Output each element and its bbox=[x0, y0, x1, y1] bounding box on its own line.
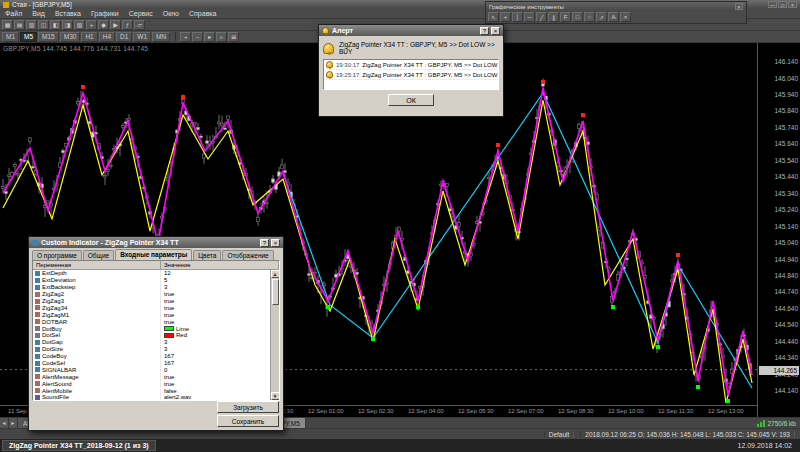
table-row[interactable]: SIGNALBAR0 bbox=[33, 366, 279, 373]
param-value[interactable]: alert2.wav bbox=[161, 394, 279, 401]
zoom-in-icon[interactable]: + bbox=[180, 32, 191, 42]
table-row[interactable]: ZigZag3true bbox=[33, 298, 279, 305]
help-button[interactable]: ? bbox=[260, 239, 269, 247]
table-row[interactable]: AlertMobilefalse bbox=[33, 387, 279, 394]
load-button[interactable]: Загрузить bbox=[217, 401, 279, 413]
menu-item-Файл[interactable]: Файл bbox=[0, 10, 27, 17]
timeframe-W1[interactable]: W1 bbox=[133, 32, 151, 42]
scroll-up-icon[interactable]: ▲ bbox=[271, 270, 280, 278]
terminal-icon[interactable]: ◨ bbox=[62, 20, 73, 30]
timeframe-D1[interactable]: D1 bbox=[116, 32, 132, 42]
table-row[interactable]: ZigZag34true bbox=[33, 304, 279, 311]
table-row[interactable]: DotGap3 bbox=[33, 339, 279, 346]
tab-О программе[interactable]: О программе bbox=[32, 250, 82, 260]
table-row[interactable]: ExtDeviation5 bbox=[33, 277, 279, 284]
graphic-tools-titlebar[interactable]: Графические инструменты × bbox=[486, 2, 746, 11]
param-value[interactable]: true bbox=[161, 380, 279, 387]
text-label-icon[interactable]: A bbox=[608, 12, 619, 22]
param-value[interactable]: 167 bbox=[161, 353, 279, 360]
delete-objects-icon[interactable]: × bbox=[620, 12, 631, 22]
table-row[interactable]: DotSelRed bbox=[33, 332, 279, 339]
indicators-icon[interactable]: ƒ bbox=[122, 20, 133, 30]
param-value[interactable]: true bbox=[161, 318, 279, 325]
table-row[interactable]: AlertSoundtrue bbox=[33, 380, 279, 387]
scroll-thumb[interactable] bbox=[272, 279, 279, 305]
crosshair-icon[interactable]: + bbox=[500, 12, 511, 22]
chart-shift-icon[interactable]: ▹ bbox=[216, 32, 227, 42]
new-order-icon[interactable]: + bbox=[86, 20, 97, 30]
restore-button[interactable]: □ bbox=[778, 1, 787, 8]
price-scale[interactable]: 144.265 146.140146.040145.940145.840145.… bbox=[757, 43, 800, 417]
table-row[interactable]: DotSize3 bbox=[33, 346, 279, 353]
horizontal-line-icon[interactable]: ─ bbox=[524, 12, 535, 22]
param-value[interactable]: false bbox=[161, 387, 279, 394]
alert-list-item[interactable]: 19:30:17ZigZag Pointer X34 TT : GBPJPY, … bbox=[324, 60, 498, 70]
arrow-object-icon[interactable]: ↗ bbox=[596, 12, 607, 22]
menu-item-Вставка[interactable]: Вставка bbox=[50, 10, 86, 17]
profile-name[interactable]: Default bbox=[544, 431, 575, 438]
cursor-icon[interactable]: ↖ bbox=[488, 12, 499, 22]
param-value[interactable]: 167 bbox=[161, 360, 279, 367]
data-window-icon[interactable]: ◫ bbox=[38, 20, 49, 30]
param-value[interactable]: 5 bbox=[161, 277, 279, 284]
ellipse-icon[interactable]: ○ bbox=[584, 12, 595, 22]
close-icon[interactable]: × bbox=[735, 3, 743, 10]
param-value[interactable]: true bbox=[161, 373, 279, 380]
timeframe-M1[interactable]: M1 bbox=[2, 32, 19, 42]
parameters-table[interactable]: Переменная Значение ExtDepth12ExtDeviati… bbox=[32, 260, 280, 401]
param-value[interactable]: 0 bbox=[161, 366, 279, 373]
fibonacci-icon[interactable]: F bbox=[560, 12, 571, 22]
param-value[interactable]: Red bbox=[161, 332, 279, 339]
trendline-icon[interactable]: ╱ bbox=[536, 12, 547, 22]
param-value[interactable]: 3 bbox=[161, 346, 279, 353]
close-button[interactable]: × bbox=[491, 27, 500, 35]
autotrading-icon[interactable]: ▶ bbox=[110, 20, 121, 30]
tab-Отображение[interactable]: Отображение bbox=[222, 250, 273, 260]
ok-button[interactable]: ОК bbox=[388, 94, 434, 106]
param-value[interactable]: true bbox=[161, 298, 279, 305]
timeframe-M5[interactable]: M5 bbox=[20, 32, 37, 42]
timeframe-MN[interactable]: MN bbox=[152, 32, 170, 42]
help-button[interactable]: ? bbox=[480, 27, 489, 35]
param-value[interactable]: 3 bbox=[161, 339, 279, 346]
vertical-line-icon[interactable]: │ bbox=[512, 12, 523, 22]
timeframe-M30[interactable]: M30 bbox=[60, 32, 81, 42]
menu-item-Графики[interactable]: Графики bbox=[86, 10, 124, 17]
minimize-button[interactable]: — bbox=[768, 1, 777, 8]
templates-icon[interactable]: ▱ bbox=[134, 20, 145, 30]
param-value[interactable]: true bbox=[161, 291, 279, 298]
param-value[interactable]: Lime bbox=[161, 325, 279, 332]
profiles-icon[interactable]: ▤ bbox=[14, 20, 25, 30]
tabs-scroll-right-icon[interactable]: ► bbox=[9, 418, 18, 428]
tab-Цвета[interactable]: Цвета bbox=[193, 250, 221, 260]
table-scrollbar[interactable]: ▲ ▼ bbox=[270, 270, 279, 400]
table-row[interactable]: CodeSel167 bbox=[33, 360, 279, 367]
table-row[interactable]: AlertMessagetrue bbox=[33, 373, 279, 380]
table-row[interactable]: DotBuyLime bbox=[33, 325, 279, 332]
timeframe-H4[interactable]: H4 bbox=[99, 32, 115, 42]
param-value[interactable]: 3 bbox=[161, 284, 279, 291]
metaeditor-icon[interactable]: ◆ bbox=[98, 20, 109, 30]
strategy-tester-icon[interactable]: ▧ bbox=[74, 20, 85, 30]
table-row[interactable]: DOTBARtrue bbox=[33, 318, 279, 325]
menu-item-Справка[interactable]: Справка bbox=[184, 10, 221, 17]
save-button[interactable]: Сохранить bbox=[217, 415, 279, 427]
alert-dialog-titlebar[interactable]: Алерт ? × bbox=[319, 25, 503, 36]
close-button[interactable]: × bbox=[271, 239, 280, 247]
param-value[interactable]: true bbox=[161, 304, 279, 311]
menu-item-Сервис[interactable]: Сервис bbox=[124, 10, 158, 17]
table-row[interactable]: CodeBuy167 bbox=[33, 353, 279, 360]
new-chart-icon[interactable]: ▦ bbox=[2, 20, 13, 30]
market-watch-icon[interactable]: ▥ bbox=[26, 20, 37, 30]
menu-item-Окно[interactable]: Окно bbox=[158, 10, 184, 17]
indicator-dialog-titlebar[interactable]: Custom Indicator - ZigZag Pointer X34 TT… bbox=[29, 237, 283, 248]
table-row[interactable]: ExtDepth12 bbox=[33, 270, 279, 277]
tabs-scroll-left-icon[interactable]: ◄ bbox=[0, 418, 9, 428]
alert-list[interactable]: 19:30:17ZigZag Pointer X34 TT : GBPJPY, … bbox=[323, 59, 499, 90]
timeframe-M15[interactable]: M15 bbox=[38, 32, 59, 42]
param-value[interactable]: true bbox=[161, 311, 279, 318]
zoom-out-icon[interactable]: − bbox=[192, 32, 203, 42]
auto-scroll-icon[interactable]: ▸ bbox=[204, 32, 215, 42]
tab-Входные параметры[interactable]: Входные параметры bbox=[115, 249, 192, 260]
table-row[interactable]: ExtBackstep3 bbox=[33, 284, 279, 291]
